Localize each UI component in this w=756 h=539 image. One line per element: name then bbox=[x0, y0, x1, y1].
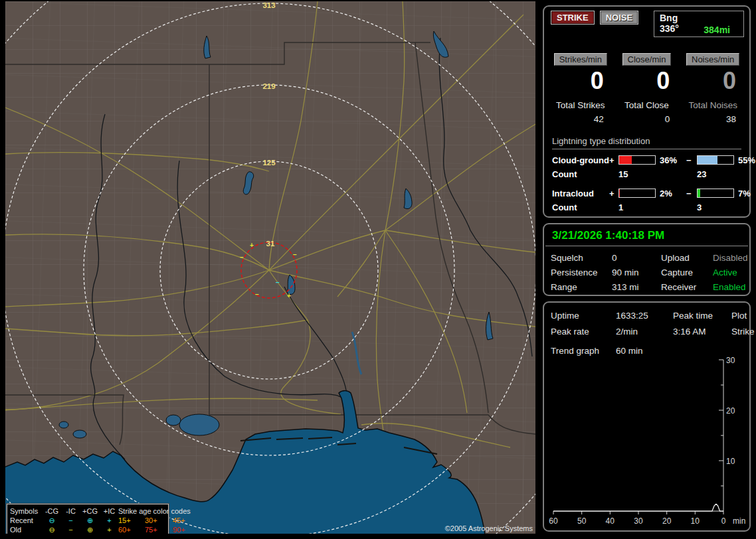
plus-sign: + bbox=[609, 189, 618, 198]
x-tick-10: 10 bbox=[691, 516, 700, 526]
stats-panel: Uptime 1633:25 Peak time Plot Peak rate … bbox=[543, 301, 751, 532]
lightning-map[interactable]: 313 219 125 31 − + − + − − Symbols -CG -… bbox=[5, 1, 535, 534]
cg-count-label: Count bbox=[552, 169, 609, 179]
close-per-min-column: Close/min 0 Total Close 0 bbox=[616, 53, 678, 124]
total-strikes-label: Total Strikes bbox=[549, 100, 612, 110]
range-label: Range bbox=[551, 282, 612, 292]
range-ring-label: 125 bbox=[262, 159, 276, 167]
x-tick-60: 60 bbox=[549, 516, 558, 526]
cg-negative-count: 23 bbox=[697, 169, 735, 179]
x-tick-30: 30 bbox=[634, 516, 643, 526]
y-tick-20: 20 bbox=[726, 406, 735, 416]
minus-sign: − bbox=[686, 155, 697, 165]
noises-per-min-column: Noises/min 0 Total Noises 38 bbox=[682, 53, 744, 124]
legend-row-recent: Recent bbox=[10, 516, 42, 525]
peak-time-header: Peak time bbox=[673, 311, 731, 321]
map-svg: 313 219 125 31 − + − + − − bbox=[5, 1, 535, 534]
range-ring-label: 31 bbox=[266, 240, 275, 248]
svg-text:−: − bbox=[240, 254, 244, 261]
legend-symbols-header: Symbols bbox=[10, 506, 42, 516]
plot-mode-value: Strike bbox=[731, 327, 755, 337]
ic-negative-bar bbox=[697, 189, 734, 198]
total-close-value: 0 bbox=[616, 114, 678, 124]
y-tick-30: 30 bbox=[726, 356, 735, 365]
datetime-display: 3/21/2026 1:40:18 PM bbox=[545, 224, 748, 246]
trend-series-line bbox=[553, 504, 723, 511]
total-strikes-value: 42 bbox=[549, 114, 612, 124]
cg-positive-pct: 36% bbox=[657, 155, 686, 165]
receiver-label: Receiver bbox=[661, 282, 713, 292]
neg-cg-old-icon: ⊖ bbox=[42, 525, 62, 534]
age-code-90: 90+ bbox=[173, 525, 195, 534]
age-code-75: 75+ bbox=[145, 525, 173, 534]
cg-negative-bar bbox=[697, 155, 734, 165]
pos-cg-old-icon: ⊕ bbox=[80, 525, 100, 534]
x-tick-20: 20 bbox=[662, 516, 672, 526]
noises-per-min-label[interactable]: Noises/min bbox=[686, 53, 739, 66]
bearing-distance: 384mi bbox=[696, 25, 738, 35]
close-per-min-label[interactable]: Close/min bbox=[622, 53, 672, 66]
pos-ic-old-icon: + bbox=[100, 525, 118, 534]
peak-rate-value: 2/min bbox=[616, 327, 673, 337]
age-code-30: 30+ bbox=[145, 516, 173, 525]
map-copyright: ©2005 Astrogenic Systems bbox=[445, 524, 533, 532]
bearing-label: Bng 336° bbox=[660, 13, 689, 35]
upload-status: Disabled bbox=[713, 253, 748, 263]
ic-negative-count: 3 bbox=[697, 202, 735, 212]
bearing-badge: Bng 336° 384mi bbox=[654, 11, 744, 37]
svg-text:+: + bbox=[287, 292, 291, 299]
legend-col-neg-ic: -IC bbox=[62, 506, 80, 516]
peak-time-value: 3:16 AM bbox=[673, 327, 731, 337]
svg-text:+: + bbox=[250, 242, 254, 249]
strikes-per-min-value: 0 bbox=[549, 68, 612, 94]
noise-mode-button[interactable]: NOISE bbox=[600, 11, 638, 25]
neg-ic-recent-icon: − bbox=[62, 516, 80, 525]
minus-sign: − bbox=[686, 189, 697, 198]
range-ring-label: 219 bbox=[262, 82, 275, 90]
legend-col-pos-cg: +CG bbox=[80, 506, 100, 516]
squelch-label: Squelch bbox=[551, 253, 612, 263]
uptime-value: 1633:25 bbox=[616, 311, 673, 321]
age-code-60: 60+ bbox=[118, 525, 145, 534]
strike-mode-button[interactable]: STRIKE bbox=[551, 11, 595, 25]
receiver-status: Enabled bbox=[713, 282, 748, 292]
close-per-min-value: 0 bbox=[616, 68, 678, 94]
status-panel: 3/21/2026 1:40:18 PM Squelch 0 Upload Di… bbox=[543, 223, 751, 296]
squelch-value: 0 bbox=[612, 253, 661, 263]
upload-label: Upload bbox=[661, 253, 713, 263]
y-tick-10: 10 bbox=[726, 457, 735, 466]
ic-positive-count: 1 bbox=[618, 202, 657, 212]
legend-col-pos-ic: +IC bbox=[100, 506, 118, 516]
strikes-per-min-label[interactable]: Strikes/min bbox=[554, 53, 607, 66]
neg-cg-recent-icon: ⊖ bbox=[42, 516, 62, 525]
neg-ic-old-icon: − bbox=[62, 525, 80, 534]
capture-status: Active bbox=[713, 268, 748, 277]
plus-sign: + bbox=[609, 155, 618, 165]
total-noises-value: 38 bbox=[682, 114, 744, 124]
range-ring-label: 313 bbox=[262, 1, 275, 9]
pos-ic-recent-icon: + bbox=[100, 516, 118, 525]
range-value: 313 mi bbox=[612, 282, 661, 292]
x-tick-0: 0 bbox=[721, 516, 726, 526]
ic-positive-pct: 2% bbox=[657, 189, 686, 198]
ic-count-label: Count bbox=[552, 202, 609, 212]
persistence-label: Persistence bbox=[551, 268, 612, 277]
total-noises-label: Total Noises bbox=[682, 100, 744, 110]
lightning-type-distribution: Lightning type distribution Cloud-ground… bbox=[544, 136, 749, 212]
distribution-title: Lightning type distribution bbox=[552, 136, 741, 149]
cg-positive-bar bbox=[618, 155, 656, 165]
map-legend: Symbols -CG -IC +CG +IC Strike age color… bbox=[7, 504, 169, 534]
legend-col-neg-cg: -CG bbox=[42, 506, 62, 516]
svg-text:−: − bbox=[293, 251, 297, 258]
pos-cg-recent-icon: ⊕ bbox=[80, 516, 100, 525]
strike-counter-panel: STRIKE NOISE Bng 336° 384mi Strikes/min … bbox=[543, 5, 751, 218]
ic-negative-pct: 7% bbox=[735, 189, 756, 198]
svg-text:−: − bbox=[255, 291, 259, 298]
ic-positive-bar bbox=[618, 189, 656, 198]
persistence-value: 90 min bbox=[612, 268, 661, 277]
x-tick-50: 50 bbox=[577, 516, 587, 526]
cg-negative-pct: 55% bbox=[735, 155, 756, 165]
intracloud-label: Intracloud bbox=[552, 189, 609, 198]
peak-rate-label: Peak rate bbox=[551, 327, 616, 337]
strikes-per-min-column: Strikes/min 0 Total Strikes 42 bbox=[549, 53, 612, 124]
